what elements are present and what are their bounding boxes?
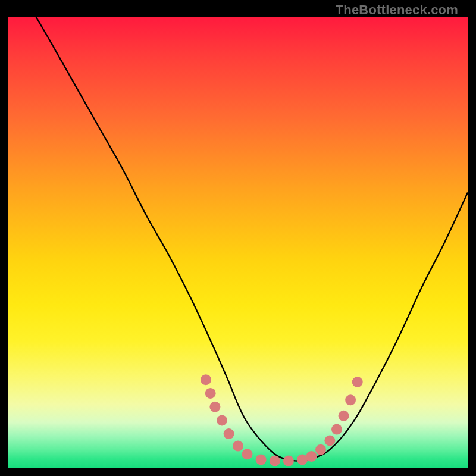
data-marker [315,444,326,455]
data-marker [339,411,349,421]
data-marker [205,388,216,399]
curve-path [36,17,468,461]
plot-area [8,17,468,468]
data-marker [217,415,227,425]
data-marker [201,374,211,385]
chart-svg [8,17,468,468]
watermark-text: TheBottleneck.com [336,2,458,18]
data-marker [233,441,243,452]
curve-line [36,17,468,461]
chart-frame: TheBottleneck.com [8,0,468,468]
data-marker [283,456,294,466]
data-marker [352,377,363,387]
data-marker [209,402,220,412]
data-marker [324,436,335,446]
data-marker [256,454,267,465]
data-marker [345,394,356,405]
data-marker [331,424,342,435]
data-marker [270,456,280,466]
data-marker [297,454,308,465]
markers-group [201,374,363,466]
data-marker [224,428,234,439]
data-marker [306,451,317,462]
data-marker [242,449,252,459]
